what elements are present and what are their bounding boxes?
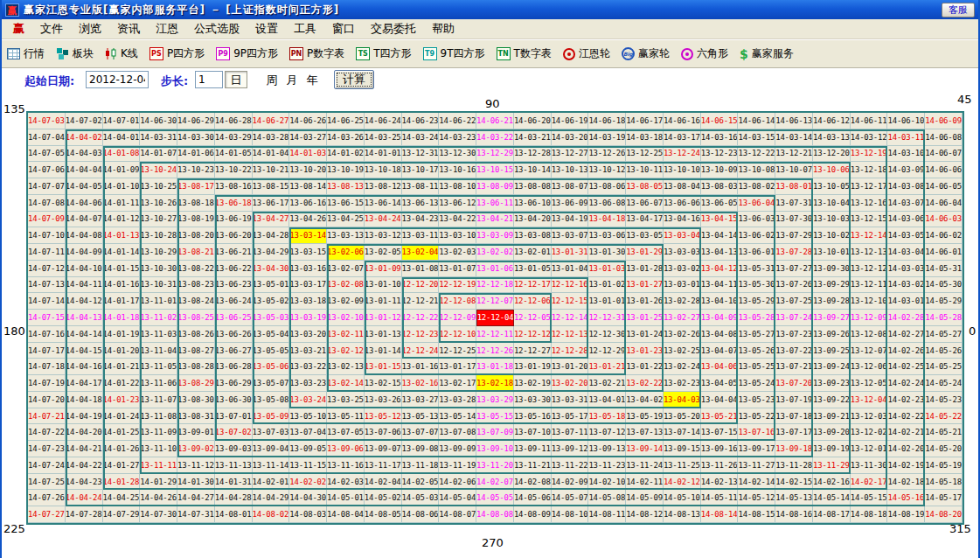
date-cell: 13-11-01 <box>140 293 177 310</box>
date-cell: 14-05-27 <box>925 326 963 343</box>
start-date-input[interactable] <box>86 71 149 88</box>
date-cell: 14-02-10 <box>588 474 626 491</box>
date-cell: 14-05-20 <box>925 441 963 457</box>
tool-P数字表[interactable]: PNP数字表 <box>289 46 344 61</box>
date-cell: 13-08-28 <box>177 359 215 375</box>
date-cell: 13-07-02 <box>215 424 253 441</box>
date-cell: 14-05-08 <box>588 490 626 506</box>
date-cell: 13-01-12 <box>365 310 402 326</box>
date-cell: 14-05-05 <box>476 490 514 506</box>
menu-item-浏览[interactable]: 浏览 <box>71 19 109 38</box>
date-cell: 13-06-18 <box>215 195 253 212</box>
date-cell: 14-06-25 <box>327 113 365 129</box>
date-cell: 14-08-14 <box>701 506 739 523</box>
date-cell: 14-06-22 <box>439 113 476 129</box>
date-cell: 14-07-27 <box>28 506 66 523</box>
date-cell: 13-02-15 <box>365 375 402 392</box>
date-cell: 12-12-10 <box>439 326 476 343</box>
date-cell: 14-03-14 <box>775 129 813 146</box>
menu-item-交易委托[interactable]: 交易委托 <box>363 19 424 38</box>
menu-item-江恩[interactable]: 江恩 <box>148 19 186 38</box>
date-cell: 14-03-13 <box>813 129 851 146</box>
tool-T数字表[interactable]: TNT数字表 <box>497 46 552 61</box>
tool-赢家服务[interactable]: $赢家服务 <box>740 46 794 61</box>
period-button-年[interactable]: 年 <box>301 71 323 88</box>
date-cell: 14-06-29 <box>177 113 215 129</box>
date-cell: 13-01-10 <box>365 277 402 294</box>
date-cell: 13-11-19 <box>439 457 476 474</box>
date-cell: 14-01-20 <box>103 343 141 359</box>
date-cell: 13-04-25 <box>327 212 365 228</box>
date-cell: 14-04-13 <box>66 310 103 326</box>
date-cell: 13-02-08 <box>327 277 365 294</box>
menu-item-文件[interactable]: 文件 <box>32 19 71 38</box>
date-cell: 13-12-14 <box>851 227 888 244</box>
date-cell: 14-04-20 <box>66 424 103 441</box>
date-cell: 14-06-19 <box>552 113 589 129</box>
step-input[interactable] <box>195 71 223 88</box>
tool-T四方形[interactable]: TST四方形 <box>356 46 411 61</box>
date-cell: 13-06-17 <box>253 195 290 212</box>
tool-P四方形[interactable]: PSP四方形 <box>149 46 205 61</box>
tool-9P四方形[interactable]: P99P四方形 <box>216 46 278 61</box>
date-cell: 13-02-07 <box>327 261 365 277</box>
date-cell: 14-04-26 <box>140 490 177 506</box>
customer-service-button[interactable]: 客服 <box>942 3 975 17</box>
date-cell: 13-07-03 <box>253 424 290 441</box>
date-cell: 13-02-22 <box>626 375 664 392</box>
date-cell: 13-05-30 <box>738 277 775 294</box>
date-cell: 14-08-20 <box>925 506 963 523</box>
date-cell: 14-07-08 <box>28 195 66 212</box>
date-cell: 13-09-24 <box>813 359 851 375</box>
date-cell: 13-10-08 <box>738 162 775 178</box>
date-cell: 13-06-16 <box>289 195 327 212</box>
tool-K线[interactable]: K线 <box>105 46 138 61</box>
date-cell: 13-05-13 <box>402 408 440 425</box>
date-cell: 13-05-31 <box>738 261 775 277</box>
menu-logo[interactable]: 赢 <box>5 19 32 38</box>
date-cell: 13-09-12 <box>552 441 589 457</box>
menu-item-设置[interactable]: 设置 <box>247 19 286 38</box>
date-cell: 13-10-11 <box>626 162 664 178</box>
calculate-button[interactable]: 计算 <box>334 70 374 89</box>
date-cell: 13-12-29 <box>476 146 514 163</box>
date-cell: 13-07-15 <box>701 424 739 441</box>
date-cell: 14-03-09 <box>887 162 925 178</box>
date-cell: 14-04-07 <box>66 212 103 228</box>
date-cell: 13-11-11 <box>140 457 177 474</box>
date-cell: 13-10-06 <box>813 162 851 178</box>
menu-item-帮助[interactable]: 帮助 <box>424 19 462 38</box>
date-cell: 14-05-23 <box>925 392 963 408</box>
date-cell: 12-12-06 <box>514 293 552 310</box>
date-cell: 13-08-22 <box>177 261 215 277</box>
tool-赢家轮[interactable]: Big赢家轮 <box>622 46 670 61</box>
date-cell: 14-04-23 <box>66 474 103 491</box>
date-cell: 14-01-03 <box>289 146 327 163</box>
tool-六角形[interactable]: 六角形 <box>681 46 728 61</box>
date-cell: 14-04-29 <box>253 490 290 506</box>
tool-行情[interactable]: 行情 <box>7 46 45 61</box>
date-cell: 13-07-11 <box>552 424 589 441</box>
date-cell: 13-01-24 <box>626 326 664 343</box>
menu-item-资讯[interactable]: 资讯 <box>109 19 148 38</box>
date-cell: 13-05-08 <box>253 392 290 408</box>
period-button-日[interactable]: 日 <box>225 71 247 88</box>
menu-item-窗口[interactable]: 窗口 <box>324 19 363 38</box>
date-cell: 13-09-22 <box>813 392 851 408</box>
date-cell: 13-05-27 <box>738 326 775 343</box>
date-cell: 13-04-14 <box>701 227 739 244</box>
menu-item-公式选股[interactable]: 公式选股 <box>186 19 247 38</box>
menu-item-工具[interactable]: 工具 <box>286 19 324 38</box>
date-cell: 14-01-11 <box>103 195 141 212</box>
toolbar: 行情板块K线PSP四方形P99P四方形PNP数字表TST四方形T99T四方形TN… <box>2 40 978 68</box>
tool-江恩轮[interactable]: 江恩轮 <box>563 46 610 61</box>
tool-9T四方形[interactable]: T99T四方形 <box>423 46 485 61</box>
date-cell: 14-01-24 <box>103 408 141 425</box>
date-cell: 14-04-12 <box>66 293 103 310</box>
date-cell: 14-08-13 <box>664 506 701 523</box>
date-cell: 12-12-19 <box>439 277 476 294</box>
date-cell: 13-12-28 <box>514 146 552 163</box>
date-cell: 13-03-12 <box>365 227 402 244</box>
tool-板块[interactable]: 板块 <box>56 46 94 61</box>
date-cell: 14-07-24 <box>28 457 66 474</box>
